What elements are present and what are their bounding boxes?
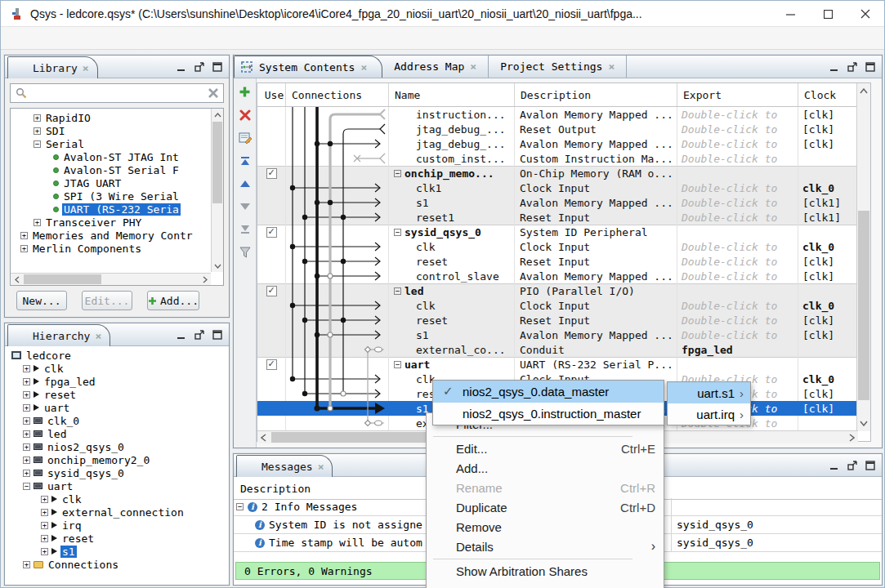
export-cell[interactable]: Double-click to bbox=[677, 122, 798, 136]
expand-collapse-icon[interactable] bbox=[41, 548, 48, 555]
search-input[interactable] bbox=[27, 87, 208, 100]
clock-cell[interactable]: [clk] bbox=[798, 313, 858, 327]
hierarchy-tree-item[interactable]: Connections bbox=[7, 558, 227, 571]
clear-search-icon[interactable] bbox=[208, 88, 218, 98]
clock-cell[interactable]: [clk] bbox=[798, 401, 858, 416]
hierarchy-tree-item[interactable]: uart bbox=[7, 479, 227, 492]
add-button[interactable]: Add... bbox=[147, 291, 199, 310]
close-tab-icon[interactable]: × bbox=[83, 62, 89, 74]
expand-collapse-icon[interactable] bbox=[23, 470, 30, 477]
library-tree-item[interactable]: JTAG UART bbox=[11, 176, 210, 189]
table-vertical-scrollbar[interactable] bbox=[856, 83, 870, 431]
scroll-right-icon[interactable] bbox=[846, 431, 858, 443]
export-cell[interactable]: Double-click to bbox=[677, 107, 798, 122]
export-cell[interactable] bbox=[677, 166, 798, 180]
close-tab-icon[interactable]: × bbox=[318, 461, 324, 473]
expand-collapse-icon[interactable] bbox=[20, 245, 28, 252]
hierarchy-tree-item[interactable]: onchip_memory2_0 bbox=[7, 453, 227, 466]
menu-item[interactable] bbox=[6, 35, 19, 42]
library-tree-item[interactable]: Avalon-ST JTAG Int bbox=[11, 150, 210, 163]
clock-cell[interactable] bbox=[798, 225, 858, 239]
panel-minimize-icon[interactable] bbox=[176, 62, 186, 72]
context-menu-item[interactable]: Rename Ctrl+R bbox=[427, 478, 664, 497]
library-tree-item[interactable]: RapidIO bbox=[11, 111, 210, 124]
expand-collapse-icon[interactable] bbox=[23, 457, 30, 464]
collapse-group-icon[interactable] bbox=[394, 170, 401, 177]
expand-collapse-icon[interactable] bbox=[23, 561, 30, 568]
menu-item[interactable] bbox=[19, 35, 32, 42]
use-checkbox[interactable] bbox=[266, 359, 277, 370]
close-tab-icon[interactable]: × bbox=[608, 60, 615, 73]
hierarchy-tree-item[interactable]: ledcore bbox=[7, 349, 227, 362]
export-cell[interactable]: Double-click to bbox=[677, 298, 798, 313]
library-tree-item[interactable]: Avalon-ST Serial F bbox=[11, 163, 210, 176]
library-horizontal-scrollbar[interactable] bbox=[11, 273, 211, 285]
export-cell[interactable]: Double-click to bbox=[677, 269, 798, 283]
hierarchy-tree-item[interactable]: fpga_led bbox=[7, 375, 227, 388]
minimize-button[interactable] bbox=[771, 1, 809, 27]
scroll-left-icon[interactable] bbox=[11, 274, 23, 286]
expand-collapse-icon[interactable] bbox=[23, 404, 30, 412]
menu-item[interactable] bbox=[58, 35, 71, 42]
hierarchy-tree-item[interactable]: led bbox=[7, 427, 227, 440]
hierarchy-tree-item[interactable]: clk bbox=[7, 362, 227, 375]
target-option[interactable]: uart.irq bbox=[668, 403, 750, 425]
move-top-icon[interactable] bbox=[238, 154, 252, 167]
panel-float-icon[interactable] bbox=[847, 461, 857, 470]
editor-tab[interactable]: Address Map × bbox=[382, 56, 489, 78]
filter-icon[interactable] bbox=[238, 245, 252, 259]
edit-button[interactable]: Edit... bbox=[82, 291, 132, 310]
expand-collapse-icon[interactable] bbox=[236, 503, 244, 510]
expand-collapse-icon[interactable] bbox=[23, 417, 30, 425]
clock-cell[interactable]: clk_0 bbox=[798, 239, 858, 254]
expand-collapse-icon[interactable] bbox=[34, 127, 41, 135]
scroll-down-icon[interactable] bbox=[857, 417, 869, 430]
export-cell[interactable]: Double-click to bbox=[677, 239, 798, 254]
expand-collapse-icon[interactable] bbox=[23, 443, 30, 451]
hierarchy-tree-item[interactable]: reset bbox=[7, 388, 227, 401]
library-tab[interactable]: Library× bbox=[7, 56, 98, 78]
export-cell[interactable]: Double-click to bbox=[677, 210, 798, 225]
panel-maximize-icon[interactable] bbox=[865, 461, 875, 470]
clock-cell[interactable] bbox=[798, 151, 858, 166]
expand-collapse-icon[interactable] bbox=[23, 365, 30, 372]
collapse-group-icon[interactable] bbox=[394, 287, 401, 295]
export-cell[interactable] bbox=[677, 357, 798, 372]
library-tree-item[interactable]: SPI (3 Wire Serial bbox=[11, 189, 210, 203]
clock-cell[interactable]: [clk] bbox=[798, 327, 858, 342]
hierarchy-tree-item[interactable]: external_connection bbox=[7, 506, 227, 519]
clock-cell[interactable]: [clk] bbox=[798, 269, 858, 283]
expand-collapse-icon[interactable] bbox=[41, 496, 48, 503]
hierarchy-tree-item[interactable]: irq bbox=[7, 519, 227, 532]
connection-option[interactable]: nios2_qsys_0.data_master bbox=[433, 381, 664, 403]
move-down-icon[interactable] bbox=[238, 199, 252, 213]
library-tree-item[interactable]: Memories and Memory Contr bbox=[11, 229, 210, 242]
editor-tab[interactable]: Project Settings × bbox=[489, 56, 627, 78]
scroll-left-icon[interactable] bbox=[257, 431, 270, 443]
export-cell[interactable]: Double-click to bbox=[677, 180, 798, 195]
add-component-icon[interactable] bbox=[238, 85, 252, 99]
panel-float-icon[interactable] bbox=[847, 62, 857, 72]
move-up-icon[interactable] bbox=[238, 176, 252, 190]
remove-icon[interactable] bbox=[238, 108, 252, 122]
panel-float-icon[interactable] bbox=[194, 62, 204, 72]
scroll-down-icon[interactable] bbox=[212, 260, 224, 272]
export-cell[interactable]: Double-click to bbox=[677, 254, 798, 269]
menu-item[interactable] bbox=[71, 35, 84, 42]
hierarchy-tree-item[interactable]: s1 bbox=[7, 545, 227, 558]
clock-cell[interactable]: [clk] bbox=[798, 107, 858, 122]
close-button[interactable] bbox=[847, 1, 884, 27]
clock-cell[interactable] bbox=[798, 166, 858, 180]
new-button[interactable]: New... bbox=[16, 291, 67, 310]
expand-collapse-icon[interactable] bbox=[23, 378, 30, 385]
expand-collapse-icon[interactable] bbox=[20, 232, 28, 239]
hierarchy-tree-item[interactable]: uart bbox=[7, 401, 227, 414]
clock-cell[interactable] bbox=[798, 342, 858, 357]
expand-collapse-icon[interactable] bbox=[41, 535, 48, 542]
maximize-button[interactable] bbox=[809, 1, 847, 27]
export-cell[interactable]: Double-click to bbox=[677, 136, 798, 151]
scroll-up-icon[interactable] bbox=[212, 109, 224, 121]
hierarchy-tree-item[interactable]: sysid_qsys_0 bbox=[7, 466, 227, 479]
panel-minimize-icon[interactable] bbox=[829, 461, 839, 470]
collapse-group-icon[interactable] bbox=[394, 361, 401, 368]
